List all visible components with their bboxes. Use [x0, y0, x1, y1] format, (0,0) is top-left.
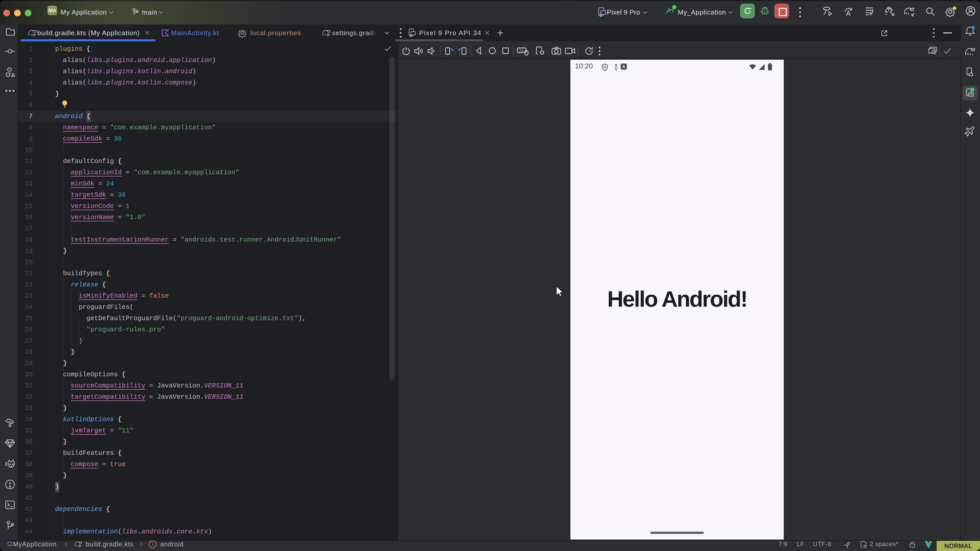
svg-text:A: A	[622, 65, 625, 69]
svg-text:λ: λ	[151, 541, 154, 547]
